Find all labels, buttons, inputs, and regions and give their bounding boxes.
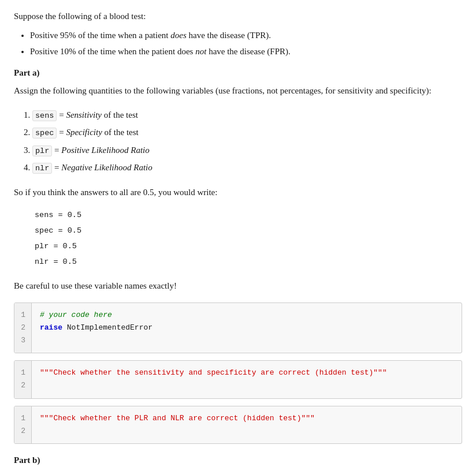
code-line-1-1: # your code here — [40, 309, 453, 322]
example-line-2: spec = 0.5 — [35, 226, 81, 235]
variable-italic-3: Positive Likelihood Ratio — [61, 145, 149, 155]
bullet-1-before: Positive 95% of the time when a patient — [30, 31, 170, 40]
code-line-1-2: raise NotImplementedError — [40, 322, 453, 334]
bullet-1-after: have the disease (TPR). — [187, 31, 271, 40]
variable-code-4: nlr — [32, 163, 52, 174]
variable-italic-4: Negative Likelihood Ratio — [61, 163, 152, 172]
variable-item-2: spec = Specificity of the test — [32, 124, 462, 141]
variable-item-4: nlr = Negative Likelihood Ratio — [32, 159, 462, 176]
variable-item-1: sens = Sensitivity of the test — [32, 107, 462, 124]
code-line-3-1: """Check whether the PLR and NLR are cor… — [40, 412, 453, 425]
line-numbers-3: 1 2 — [14, 406, 32, 443]
code-block-2: 1 2 """Check whether the sensitivity and… — [14, 360, 462, 398]
example-code-block: sens = 0.5 spec = 0.5 plr = 0.5 nlr = 0.… — [35, 207, 462, 270]
example-line-4: nlr = 0.5 — [35, 257, 77, 266]
code-content-1[interactable]: # your code here raise NotImplementedErr… — [32, 303, 462, 353]
bullet-list: Positive 95% of the time when a patient … — [30, 28, 462, 59]
bullet-2-italic: not — [195, 47, 206, 56]
variable-code-1: sens — [32, 110, 57, 121]
variable-item-3: plr = Positive Likelihood Ratio — [32, 142, 462, 159]
code-line-2-2 — [40, 379, 453, 392]
bullet-item-1: Positive 95% of the time when a patient … — [30, 28, 462, 43]
bullet-2-before: Positive 10% of the time when the patien… — [30, 47, 195, 56]
variable-italic-1: Sensitivity — [66, 110, 102, 119]
part-a-heading: Part a) — [14, 68, 462, 78]
bullet-item-2: Positive 10% of the time when the patien… — [30, 44, 462, 59]
bullet-1-italic: does — [170, 31, 187, 40]
line-numbers-2: 1 2 — [14, 361, 32, 398]
warning-text: Be careful to use these variable names e… — [14, 279, 462, 294]
variable-italic-2: Specificity — [66, 128, 102, 137]
line-numbers-1: 1 2 3 — [14, 303, 32, 353]
code-block-3: 1 2 """Check whether the PLR and NLR are… — [14, 406, 462, 444]
code-line-1-3 — [40, 334, 453, 347]
bullet-2-after: have the disease (FPR). — [206, 47, 290, 56]
raise-keyword: raise — [40, 323, 62, 332]
code-content-3[interactable]: """Check whether the PLR and NLR are cor… — [32, 406, 462, 443]
example-line-3: plr = 0.5 — [35, 242, 77, 251]
variable-code-3: plr — [32, 145, 52, 156]
code-line-2-1: """Check whether the sensitivity and spe… — [40, 367, 453, 379]
part-b-section: Part b) Suppose the prevalence of the di… — [14, 455, 462, 467]
intro-text: Suppose the following of a blood test: — [14, 12, 462, 21]
code-line-3-2 — [40, 425, 453, 438]
variable-list: sens = Sensitivity of the test spec = Sp… — [32, 107, 462, 177]
variable-code-2: spec — [32, 128, 57, 139]
code-content-2[interactable]: """Check whether the sensitivity and spe… — [32, 361, 462, 398]
assign-instructions: Assign the following quantities to the f… — [14, 84, 462, 99]
code-block-1: 1 2 3 # your code here raise NotImplemen… — [14, 302, 462, 353]
example-text: So if you think the answers to all are 0… — [14, 185, 462, 200]
example-line-1: sens = 0.5 — [35, 211, 81, 219]
part-b-heading: Part b) — [14, 455, 462, 465]
